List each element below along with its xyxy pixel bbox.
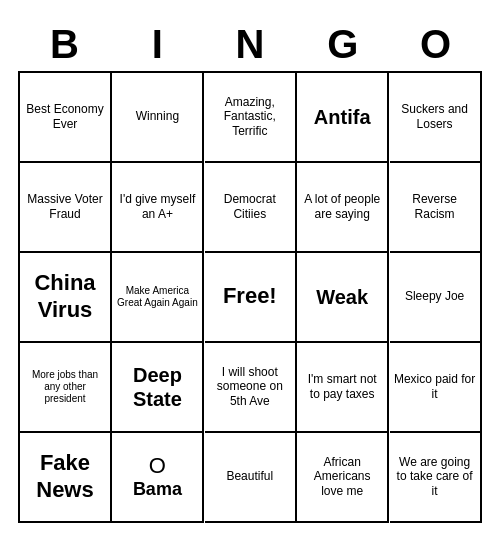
cell-b4: More jobs than any other president	[20, 343, 112, 433]
obama-bama: Bama	[133, 479, 182, 501]
header-letter-n: N	[206, 22, 294, 67]
cell-g4: I'm smart not to pay taxes	[297, 343, 389, 433]
cell-o1: Suckers and Losers	[390, 73, 482, 163]
cell-g2: A lot of people are saying	[297, 163, 389, 253]
cell-b2: Massive Voter Fraud	[20, 163, 112, 253]
cell-b3: China Virus	[20, 253, 112, 343]
cell-o5: We are going to take care of it	[390, 433, 482, 523]
cell-g1: Antifa	[297, 73, 389, 163]
obama-o: O	[149, 453, 166, 479]
cell-n4: I will shoot someone on 5th Ave	[205, 343, 297, 433]
cell-g3: Weak	[297, 253, 389, 343]
cell-n3-free: Free!	[205, 253, 297, 343]
cell-n2: Democrat Citiies	[205, 163, 297, 253]
cell-o2: Reverse Racism	[390, 163, 482, 253]
cell-i2: I'd give myself an A+	[112, 163, 204, 253]
bingo-grid: Best Economy Ever Winning Amazing, Fanta…	[18, 71, 482, 523]
cell-g5: African Americans love me	[297, 433, 389, 523]
cell-i5-obama: O Bama	[112, 433, 204, 523]
cell-o4: Mexico paid for it	[390, 343, 482, 433]
header-letter-b: B	[20, 22, 108, 67]
cell-i1: Winning	[112, 73, 204, 163]
cell-b5: Fake News	[20, 433, 112, 523]
cell-n1: Amazing, Fantastic, Terrific	[205, 73, 297, 163]
cell-b1: Best Economy Ever	[20, 73, 112, 163]
bingo-card: B I N G O Best Economy Ever Winning Amaz…	[10, 14, 490, 531]
header-letter-o: O	[392, 22, 480, 67]
bingo-header: B I N G O	[18, 22, 482, 67]
cell-n5: Beautiful	[205, 433, 297, 523]
cell-o3: Sleepy Joe	[390, 253, 482, 343]
header-letter-g: G	[299, 22, 387, 67]
cell-i3: Make America Great Again Again	[112, 253, 204, 343]
cell-i4: Deep State	[112, 343, 204, 433]
header-letter-i: I	[113, 22, 201, 67]
